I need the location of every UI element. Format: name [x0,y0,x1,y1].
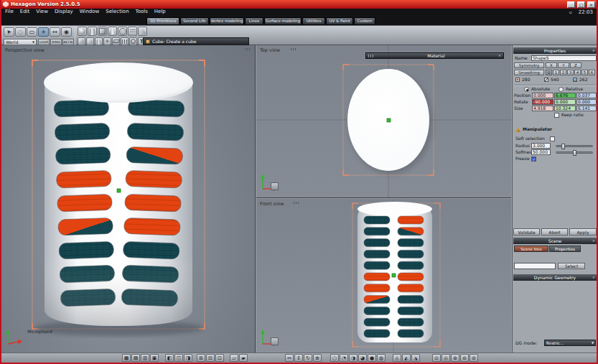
rect-select-icon[interactable]: ▭ [27,27,37,37]
validate-button[interactable]: Validate [513,228,540,235]
close-icon[interactable]: × [592,48,595,53]
smoothing-level-5[interactable]: 5 [581,70,588,75]
split-view-icon[interactable]: ◨ [184,354,192,362]
lasso-select-icon[interactable]: ◌ [15,27,26,37]
snap-edge-icon[interactable]: ⊡ [215,354,224,362]
dg-mode-dropdown[interactable]: Restric... ▼ [544,340,596,346]
menu-view[interactable]: View [36,9,48,15]
position-y-field[interactable]: 6.676 [554,93,576,98]
helix-primitive-icon[interactable] [128,27,137,36]
move-tool-icon[interactable]: ↔ [50,27,60,37]
perspective-viewport[interactable]: Perspective view [1,45,256,353]
menu-help[interactable]: Help [154,9,166,15]
light-icon[interactable]: ◎ [442,354,450,362]
display-settings-icon[interactable]: ⊘ [469,354,478,362]
perspective-render[interactable] [1,45,256,353]
freeze-label[interactable]: Freeze [515,156,530,162]
single-view-icon[interactable]: ◧ [165,354,174,362]
show-backfaces-icon[interactable]: ◭ [402,354,411,362]
rotate-x-field[interactable]: -90.000 [532,99,553,105]
name-field[interactable]: Shape5 [531,55,597,61]
keep-ratio-checkbox[interactable] [554,113,559,118]
ortho-toggle-icon[interactable]: ▰ [239,354,248,362]
tab-scene-tree[interactable]: Scene tree [514,246,548,252]
rotate-y-field[interactable]: 0.000 [554,99,576,105]
absolute-radio[interactable] [524,87,529,92]
hidden-line-shading-icon[interactable]: ◔ [340,354,348,362]
smoothing-level-3[interactable]: 3 [567,70,574,75]
quad-view-icon[interactable]: ◫ [174,354,183,362]
dolly-view-icon[interactable]: ↕ [294,354,303,362]
top-render[interactable] [256,45,511,198]
tab-surface-modeling[interactable]: Surface modeling [264,17,302,25]
plane-primitive-icon[interactable] [112,37,120,45]
viewport-menu-grip[interactable] [245,48,251,50]
perspective-toggle-icon[interactable]: ▱ [230,354,238,362]
menu-tools[interactable]: Tools [136,9,148,15]
pivot-point[interactable] [392,274,396,277]
snapshot-icon[interactable]: ⊜ [460,354,469,362]
front-render[interactable] [256,199,511,353]
flat-shading-icon[interactable]: ◑ [349,354,358,362]
cylinder-model-front[interactable] [358,202,432,342]
rounded-cube-icon[interactable] [86,37,94,45]
snap-grid-icon[interactable]: ⊞ [197,354,205,362]
softness-field[interactable]: 50.000 [531,149,551,155]
toggle-axes-icon[interactable]: ▤ [131,354,140,362]
radius-slider[interactable] [556,145,593,147]
textured-shading-icon[interactable]: ● [368,354,376,362]
cone-primitive-icon[interactable] [108,27,117,36]
smoothing-button[interactable]: Smoothing [514,70,544,75]
smoothing-level-6[interactable]: 6 [589,70,595,75]
tab-3d-primitives[interactable]: 3D Primitives [146,17,179,25]
radius-field[interactable]: 3.000 [531,143,551,149]
smoothing-level-4[interactable]: 4 [574,70,581,75]
grid-primitive-icon[interactable] [121,37,129,45]
abort-button[interactable]: Abort [541,228,568,235]
tab-second-life[interactable]: Second Life [180,17,209,25]
tab-lines[interactable]: Lines [245,17,263,25]
smoothing-level-0[interactable]: 0 [546,70,552,75]
chamfer-cube-icon[interactable] [78,37,85,45]
toggle-grid-icon[interactable]: ▦ [122,354,131,362]
menu-window[interactable]: Window [80,9,100,15]
view-cube-icon[interactable] [271,182,279,190]
snap-vertex-icon[interactable]: ⊟ [206,354,215,362]
smoothing-level-1[interactable]: 1 [553,70,559,75]
pan-view-icon[interactable]: ↔ [285,354,294,362]
properties-header[interactable]: Properties × [513,47,597,54]
scene-filter-input[interactable] [514,263,556,269]
tab-vertex-modeling[interactable]: Vertex modeling [210,17,244,25]
size-x-field[interactable]: 4.918 [532,106,553,111]
soft-selection-checkbox[interactable] [550,136,555,141]
show-normals-icon[interactable]: ◬ [393,354,401,362]
render-icon[interactable]: ⊛ [451,354,459,362]
camera-orbit-icon[interactable]: ◉ [61,27,72,37]
relative-radio[interactable] [559,87,564,92]
cylinder-model[interactable] [44,62,193,326]
wireframe-shading-icon[interactable]: ○ [330,354,339,362]
menu-display[interactable]: Display [55,9,73,15]
between-select-button[interactable]: BETW [62,39,74,45]
position-x-field[interactable]: 0.000 [532,93,553,98]
torus-primitive-icon[interactable] [118,27,127,36]
paint-select-icon[interactable]: + [38,27,49,37]
cube-primitive-icon[interactable] [98,27,107,36]
menu-selection[interactable]: Selection [106,9,129,15]
ring-select-button[interactable]: RING [50,39,62,45]
top-viewport[interactable]: Top view Material × [256,45,511,198]
softness-slider-thumb[interactable] [573,150,576,156]
toggle-ground-icon[interactable]: ▥ [141,354,149,362]
keep-ratio-label[interactable]: Keep ratio [561,112,584,118]
symmetry-button[interactable]: Symmetry [514,62,544,68]
pyramid-primitive-icon[interactable] [138,27,147,36]
radius-slider-thumb[interactable] [561,144,565,149]
loop-select-button[interactable]: LOOP [38,39,50,45]
rotate-view-icon[interactable]: ↻ [304,354,312,362]
tab-custom[interactable]: Custom [354,17,375,25]
select-arrow-icon[interactable]: ➤ [4,27,14,37]
symmetry-z-button[interactable]: Z [570,62,581,68]
apply-button[interactable]: Apply [569,228,597,235]
dynamic-geometry-header[interactable]: Dynamic Geometry × [513,274,597,281]
camera-icon[interactable]: ⊙ [432,354,441,362]
